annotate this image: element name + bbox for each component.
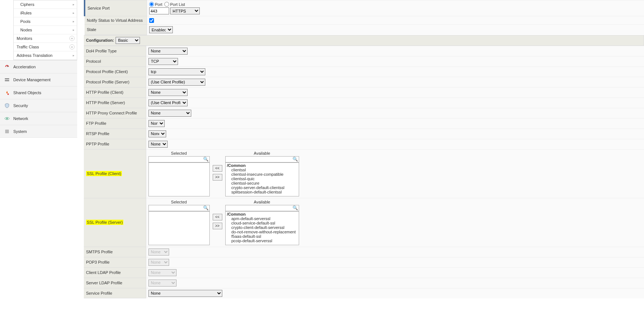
ssl-client-selected-search[interactable]: 🔍 [148,156,210,162]
svg-rect-5 [5,130,9,133]
ssl-client-available-search[interactable]: 🔍 [225,156,299,162]
service-profile-select[interactable]: None [148,290,222,297]
ssl-server-available-box[interactable]: /Commonapm-default-serversslcloud-servic… [225,211,299,245]
list-item[interactable]: splitsession-default-clientssl [226,190,298,194]
label-ssl-profile-client: SSL Profile (Client) [84,149,146,198]
nav-network[interactable]: Network [0,112,77,125]
nav-security[interactable]: Security [0,99,77,112]
list-item[interactable]: clientssl [226,168,298,172]
chevron-right-icon: ▸ [73,28,75,32]
nav-system[interactable]: System [0,125,77,138]
radio-port-list[interactable] [164,2,169,7]
nav-shared-objects[interactable]: Shared Objects [0,86,77,99]
list-item[interactable]: /Common [226,212,298,216]
rtsp-profile-select[interactable]: None [148,130,166,137]
plus-icon[interactable]: + [69,44,75,49]
tree-item-traffic-class[interactable]: Traffic Class + [14,43,77,51]
network-icon [4,115,10,122]
list-item[interactable]: clientssl-quic [226,177,298,181]
list-item[interactable]: f5aas-default-ssl [226,234,298,239]
plus-icon[interactable]: + [69,36,75,41]
http-profile-server-select[interactable]: (Use Client Profile) [148,99,188,106]
nav-label: Shared Objects [13,90,41,95]
configuration-select[interactable]: Basic [116,37,140,44]
label-state: State [85,25,147,35]
label-smtps-profile: SMTPS Profile [84,247,146,257]
tree-item-monitors[interactable]: Monitors + [14,34,77,43]
list-item[interactable]: do-not-remove-without-replacement [226,230,298,234]
ssl-server-selected-search[interactable]: 🔍 [148,205,210,211]
list-item[interactable]: cloud-service-default-ssl [226,221,298,225]
section-configuration: Configuration: Basic [84,35,644,46]
tree-item-ciphers[interactable]: Ciphers ▸ [14,0,77,9]
ftp-profile-select[interactable]: None [148,120,165,127]
ssl-client-available-box[interactable]: /Commonclientsslclientssl-insecure-compa… [225,162,299,196]
available-header: Available [254,200,270,204]
tree-item-nodes[interactable]: Nodes ▸ [14,26,77,34]
move-left-button[interactable]: << [213,214,222,220]
nav-label: Device Management [13,78,51,82]
doh-profile-type-select[interactable]: None [148,48,188,55]
label-ftp-profile: FTP Profile [84,118,146,128]
list-item[interactable]: crypto-client-default-serverssl [226,225,298,230]
gauge-icon [4,64,10,70]
nav-acceleration[interactable]: Acceleration [0,60,77,73]
state-select[interactable]: Enabled [149,26,173,33]
list-item[interactable]: clientssl-secure [226,181,298,185]
notify-status-checkbox[interactable] [149,18,154,23]
chevron-right-icon: ▸ [73,3,75,6]
label-pptp-profile: PPTP Profile [84,139,146,149]
tree-item-irules[interactable]: iRules ▸ [14,9,77,17]
http-profile-client-select[interactable]: None [148,89,188,96]
http-proxy-connect-select[interactable]: None [148,110,191,117]
list-item[interactable]: clientssl-insecure-compatible [226,172,298,177]
ssl-client-dual-list: Selected 🔍 << >> Available 🔍 /Commonclie… [148,151,642,196]
label-doh-profile-type: DoH Profile Type [84,46,146,56]
search-icon: 🔍 [292,157,298,162]
ssl-client-selected-box[interactable] [148,162,210,196]
protocol-select[interactable]: TCP [148,58,178,65]
move-right-button[interactable]: >> [213,174,222,181]
list-item[interactable]: apm-default-serverssl [226,216,298,221]
protocol-profile-server-select[interactable]: (Use Client Profile) [148,79,205,86]
label-protocol-profile-client: Protocol Profile (Client) [84,66,146,77]
chevron-right-icon: ▸ [73,20,75,23]
nav-label: System [13,129,27,134]
port-input[interactable] [149,7,169,14]
pptp-profile-select[interactable]: None [148,141,168,148]
tree-item-pools[interactable]: Pools ▸ [14,17,77,26]
system-icon [4,128,10,135]
label-rtsp-profile: RTSP Profile [84,128,146,139]
ssl-server-available-search[interactable]: 🔍 [225,205,299,211]
list-item[interactable]: /Common [226,163,298,168]
radio-port-label: Port [155,2,162,7]
server-icon [4,76,10,83]
flame-icon [4,89,10,96]
svg-rect-1 [5,80,9,81]
label-server-ldap: Server LDAP Profile [84,278,146,288]
chevron-right-icon: ▸ [73,11,75,15]
radio-port[interactable] [149,2,154,7]
protocol-profile-client-select[interactable]: tcp [148,68,205,75]
port-protocol-select[interactable]: HTTPS [170,7,200,14]
list-item[interactable]: pcoip-default-serverssl [226,239,298,243]
ssl-server-dual-list: Selected 🔍 << >> Available 🔍 /Commonapm-… [148,200,642,245]
label-protocol: Protocol [84,56,146,66]
shield-icon [4,102,10,109]
list-item[interactable]: crypto-server-default-clientssl [226,185,298,190]
move-left-button[interactable]: << [213,165,222,172]
label-pop3-profile: POP3 Profile [84,257,146,267]
search-icon: 🔍 [203,205,209,210]
tree-item-address-translation[interactable]: Address Translation ▸ [14,51,77,60]
tree-label: iRules [20,11,32,15]
label-notify-status: Notify Status to Virtual Address [85,16,147,25]
move-right-button[interactable]: >> [213,223,222,229]
nav-device-management[interactable]: Device Management [0,73,77,86]
label-service-profile: Service Profile [84,288,146,298]
tree-label: Monitors [17,36,32,41]
selected-header: Selected [171,151,187,155]
server-ldap-select: None [148,280,177,287]
label-protocol-profile-server: Protocol Profile (Server) [84,77,146,87]
ssl-server-selected-box[interactable] [148,211,210,245]
label-http-profile-server: HTTP Profile (Server) [84,97,146,108]
